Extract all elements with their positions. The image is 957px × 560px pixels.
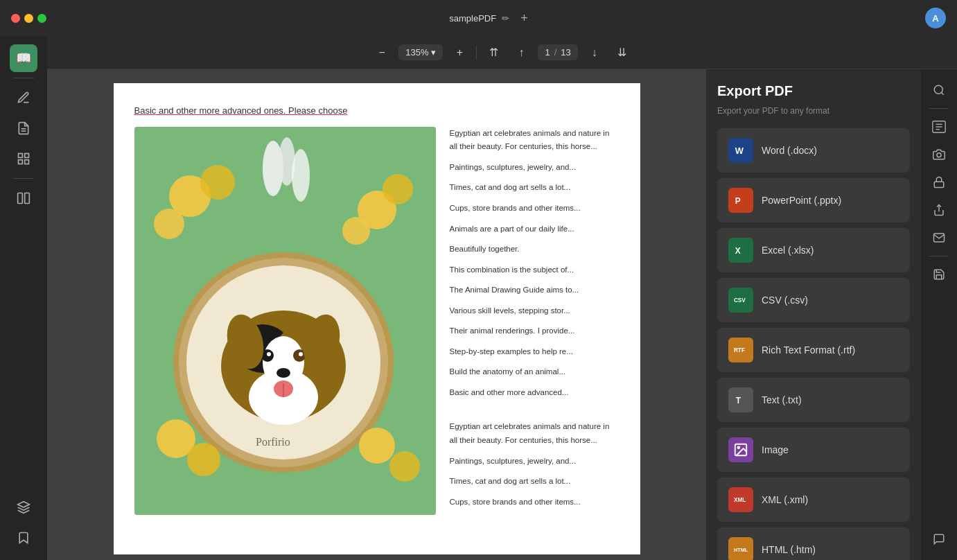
svg-line-51 [941,92,943,94]
zoom-selector[interactable]: 135% ▾ [398,44,443,60]
svg-marker-8 [18,502,30,507]
page-navigation: 1 / 13 [538,44,577,60]
export-option-txt[interactable]: T Text (.txt) [717,378,910,422]
excel-label: Excel (.xlsx) [762,245,814,256]
page-next-button[interactable]: ↓ [583,42,606,64]
titlebar: samplePDF ✏ + A [0,0,957,36]
sidebar-item-annotate[interactable] [10,84,37,112]
svg-text:P: P [735,196,741,206]
svg-rect-4 [25,160,29,164]
export-option-powerpoint[interactable]: P PowerPoint (.pptx) [717,178,910,222]
svg-point-15 [342,217,370,245]
minimize-button[interactable] [24,14,33,23]
right-bar-mail[interactable] [927,225,951,250]
export-option-rtf[interactable]: RTF Rich Text Format (.rtf) [717,328,910,372]
sidebar-divider-1 [13,78,34,78]
html-icon: HTML [728,537,753,560]
svg-point-30 [276,368,290,378]
zoom-in-button[interactable]: + [448,42,471,64]
svg-point-28 [267,352,271,356]
export-panel-subtitle: Export your PDF to any format [717,106,910,116]
right-bar-divider-2 [929,256,949,256]
zoom-out-button[interactable]: − [371,42,393,64]
pdf-intro-line: Basic and other more advanced ones. Plea… [134,104,620,119]
page-separator: / [554,47,557,58]
pdf-content-row: Porfirio Egyptian art celebrates animals… [134,127,620,516]
word-label: Word (.docx) [762,145,817,156]
traffic-lights [11,14,46,23]
svg-point-18 [292,149,310,202]
sidebar-item-layers[interactable] [10,493,37,521]
export-option-html[interactable]: HTML HTML (.htm) [717,527,910,560]
right-bar-chat[interactable] [927,527,951,552]
export-option-csv[interactable]: CSV CSV (.csv) [717,278,910,322]
pdf-text-block: Egyptian art celebrates animals and natu… [450,127,620,516]
sidebar-item-doc[interactable] [10,114,37,142]
right-bar-save[interactable] [927,262,951,287]
export-option-xml[interactable]: XML XML (.xml) [717,478,910,522]
xml-label: XML (.xml) [762,494,808,505]
export-option-image[interactable]: Image [717,428,910,472]
txt-icon: T [728,387,753,412]
svg-point-56 [937,153,941,157]
image-icon [728,437,753,462]
toolbar: − 135% ▾ + ⇈ ↑ 1 / 13 ↓ ⇊ [47,36,957,69]
page-last-button[interactable]: ⇊ [611,42,633,64]
sidebar-item-compare[interactable] [10,184,37,212]
svg-point-29 [299,352,303,356]
image-label: Image [762,444,789,455]
right-bar-search[interactable] [927,78,951,103]
pdf-viewer[interactable]: Basic and other more advanced ones. Plea… [47,69,706,560]
svg-text:T: T [736,396,741,405]
svg-point-37 [187,443,220,476]
edit-icon[interactable]: ✏ [502,13,509,24]
close-button[interactable] [11,14,20,23]
page-prev-button[interactable]: ↑ [510,42,532,64]
content-area: − 135% ▾ + ⇈ ↑ 1 / 13 ↓ ⇊ Basic [47,36,957,560]
excel-icon: X [728,238,753,263]
sidebar-item-bookmark[interactable] [10,524,37,552]
sidebar-item-book[interactable]: 📖 [10,44,37,72]
html-label: HTML (.htm) [762,544,816,555]
svg-text:CSV: CSV [734,297,746,304]
svg-point-47 [737,446,739,448]
sidebar-divider-2 [13,178,34,179]
export-option-word[interactable]: W Word (.docx) [717,128,910,173]
xml-icon: XML [728,487,753,512]
svg-text:Porfirio: Porfirio [256,436,290,448]
word-icon: W [728,138,753,163]
svg-point-39 [389,451,420,482]
tab-filename: samplePDF [449,13,496,24]
viewer-export-wrapper: Basic and other more advanced ones. Plea… [47,69,957,560]
svg-point-50 [934,85,942,94]
svg-rect-5 [19,160,23,164]
pdf-page: Basic and other more advanced ones. Plea… [114,83,640,554]
svg-rect-3 [25,154,29,158]
svg-text:W: W [735,146,744,156]
page-first-button[interactable]: ⇈ [482,42,504,64]
svg-text:HTML: HTML [734,547,748,553]
right-bar-ocr[interactable] [927,114,951,139]
right-bar-share[interactable] [927,198,951,222]
svg-text:XML: XML [734,497,746,503]
svg-point-12 [154,209,184,239]
powerpoint-label: PowerPoint (.pptx) [762,195,841,206]
sidebar-item-list[interactable] [10,145,37,173]
rtf-label: Rich Text Format (.rtf) [762,344,855,356]
right-bar [921,69,957,560]
tab-area: samplePDF ✏ + [58,11,920,26]
add-tab-button[interactable]: + [520,11,528,26]
svg-point-38 [359,428,395,464]
right-bar-protect[interactable] [927,170,951,195]
svg-point-14 [383,174,413,204]
svg-rect-2 [19,154,23,158]
sidebar: 📖 [0,36,47,560]
export-panel: Export PDF Export your PDF to any format… [706,69,921,560]
right-bar-scan[interactable] [927,142,951,167]
avatar[interactable]: A [925,8,946,28]
export-option-excel[interactable]: X Excel (.xlsx) [717,228,910,272]
page-total: 13 [561,47,570,58]
maximize-button[interactable] [37,14,46,23]
svg-text:X: X [735,246,741,256]
powerpoint-icon: P [728,188,753,213]
